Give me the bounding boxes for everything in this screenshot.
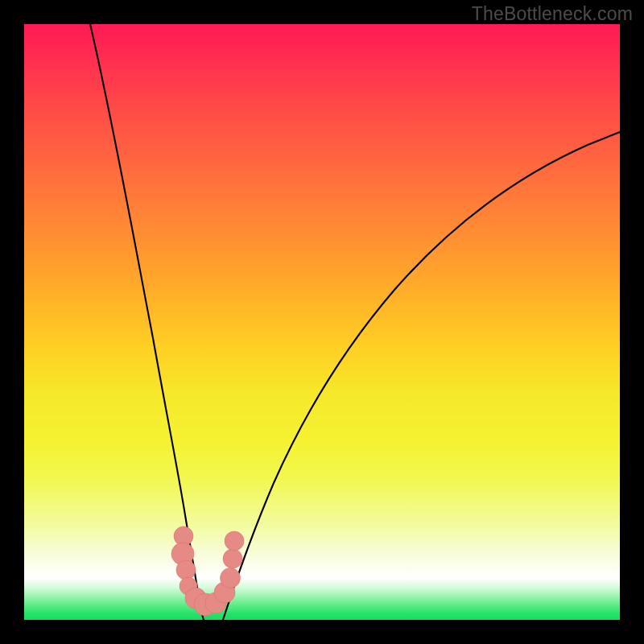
marker-dot [225, 531, 244, 551]
marker-dot [176, 560, 196, 580]
marker-dot [221, 568, 241, 588]
watermark-text: TheBottleneck.com [472, 3, 633, 25]
outer-black-frame: TheBottleneck.com [0, 0, 644, 644]
marker-group [171, 526, 244, 616]
curve-right-branch [223, 132, 620, 620]
chart-svg [24, 24, 620, 620]
marker-dot [223, 549, 242, 568]
plot-area [24, 24, 620, 620]
